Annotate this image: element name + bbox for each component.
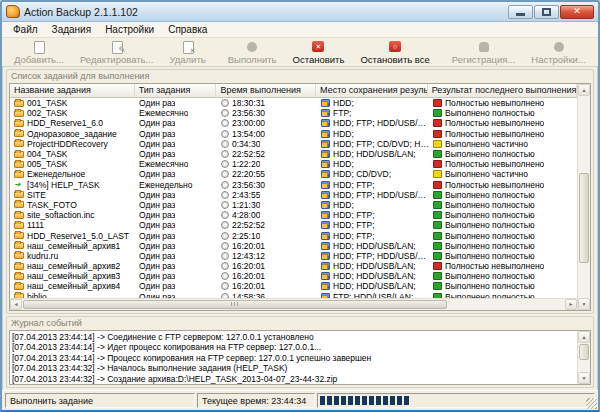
task-row[interactable]: HDD_Reserve1_6.0 Один раз 23:00:00 HDD; … bbox=[10, 118, 577, 128]
progress-panel bbox=[317, 393, 595, 408]
hdd-icon bbox=[321, 242, 330, 250]
task-row[interactable]: 002_TASK Ежемесячно 23:56:30 FTP; Выполн… bbox=[10, 108, 577, 118]
log-scroll-up-icon[interactable]: ▲ bbox=[578, 331, 590, 343]
clock-icon bbox=[221, 262, 229, 270]
column-header-name[interactable]: Название задания bbox=[10, 84, 135, 97]
hdd-icon bbox=[321, 232, 330, 240]
vertical-scroll-thumb[interactable] bbox=[579, 173, 589, 264]
task-row[interactable]: 004_TASK Один раз 22:52:52 HDD; HDD/USB/… bbox=[10, 149, 577, 159]
column-header-dest[interactable]: Место сохранения результатов bbox=[316, 84, 428, 97]
folder-icon bbox=[14, 130, 24, 137]
horizontal-scroll-thumb[interactable] bbox=[23, 300, 447, 309]
toolbar-button[interactable]: Регистрация... bbox=[444, 39, 523, 66]
task-row[interactable]: SITE Один раз 2:43:55 HDD; FTP; HDD/USB/… bbox=[10, 190, 577, 200]
menu-item[interactable]: Файл bbox=[6, 23, 45, 36]
log-scroll-thumb[interactable] bbox=[579, 344, 589, 360]
progress-block bbox=[579, 396, 584, 405]
task-row[interactable]: 1111 Один раз 22:52:52 HDD; FTP; Выполне… bbox=[10, 220, 577, 230]
task-row[interactable]: TASK_FOTO Один раз 1:21:30 HDD; Выполнен… bbox=[10, 200, 577, 210]
status-square-icon bbox=[433, 140, 442, 148]
maximize-button[interactable] bbox=[534, 5, 559, 19]
toolbar-button[interactable]: Остановить все bbox=[352, 39, 437, 66]
tasks-group: Список заданий для выполнения Название з… bbox=[6, 69, 594, 314]
progress-block bbox=[334, 396, 339, 405]
progress-block bbox=[376, 396, 381, 405]
log-scroll-down-icon[interactable]: ▼ bbox=[578, 372, 590, 384]
task-row[interactable]: ➜[34%] HELP_TASK Еженедельно 23:56:30 HD… bbox=[10, 180, 577, 190]
menu-item[interactable]: Настройки bbox=[98, 23, 161, 36]
vertical-scrollbar[interactable]: ▲ ▼ bbox=[577, 84, 590, 310]
log-vertical-scrollbar[interactable]: ▲ ▼ bbox=[577, 331, 590, 385]
run-icon bbox=[245, 41, 259, 53]
clock-icon bbox=[221, 119, 229, 127]
task-row[interactable]: наш_семейный_архив3 Один раз 16:20:01 HD… bbox=[10, 271, 577, 281]
scroll-right-icon[interactable]: ► bbox=[565, 299, 577, 310]
progress-block bbox=[551, 396, 556, 405]
task-row[interactable]: 001_TASK Один раз 18:30:31 HDD; Полность… bbox=[10, 98, 577, 108]
toolbar-button[interactable]: Удалить bbox=[161, 39, 213, 66]
task-row[interactable]: ProjectHDDRecovery Один раз 0:34:30 HDD;… bbox=[10, 139, 577, 149]
hdd-icon bbox=[321, 119, 330, 127]
task-row[interactable]: Одноразовое_задание Один раз 13:54:00 HD… bbox=[10, 129, 577, 139]
clock-icon bbox=[221, 140, 229, 148]
status-square-icon bbox=[433, 232, 442, 240]
hdd-icon bbox=[321, 211, 330, 219]
task-row[interactable]: наш_семейный_архив4 Один раз 16:20:01 HD… bbox=[10, 281, 577, 291]
scroll-down-icon[interactable]: ▼ bbox=[578, 298, 590, 310]
log-entry: [07.04.2013 23:44:32] -> Началось выполн… bbox=[12, 363, 577, 374]
close-button[interactable]: ✕ bbox=[560, 5, 594, 19]
task-row[interactable]: HDD_Reserve1_5.0_LAST Один раз 2:25:10 H… bbox=[10, 230, 577, 240]
minimize-button[interactable] bbox=[508, 5, 533, 19]
toolbar-button[interactable]: Редактировать... bbox=[72, 39, 162, 66]
stop-all-icon bbox=[388, 41, 402, 53]
hdd-icon bbox=[321, 282, 330, 290]
status-square-icon bbox=[433, 252, 442, 260]
task-row[interactable]: 005_TASK Ежемесячно 1:22:20 HDD; Полност… bbox=[10, 159, 577, 169]
toolbar-button[interactable]: Добавить... bbox=[6, 39, 72, 66]
task-row[interactable]: kudru.ru Один раз 12:43:12 HDD; FTP; HDD… bbox=[10, 251, 577, 261]
progress-block bbox=[397, 396, 402, 405]
task-row[interactable]: наш_семейный_архив2 Один раз 16:20:01 HD… bbox=[10, 261, 577, 271]
add-page-icon bbox=[32, 41, 46, 53]
horizontal-scrollbar[interactable]: ◄ ► bbox=[10, 298, 577, 310]
resize-grip[interactable] bbox=[586, 398, 597, 409]
minimize-icon bbox=[516, 13, 525, 16]
menu-item[interactable]: Задания bbox=[45, 23, 99, 36]
toolbar-button[interactable]: Настройки... bbox=[523, 39, 594, 66]
scroll-up-icon[interactable]: ▲ bbox=[578, 84, 590, 96]
menu-item[interactable]: Справка bbox=[161, 23, 214, 36]
status-square-icon bbox=[433, 242, 442, 250]
registration-icon bbox=[477, 41, 491, 53]
table-header: Название задания Тип задания Время выпол… bbox=[10, 84, 577, 98]
scroll-left-icon[interactable]: ◄ bbox=[10, 299, 22, 310]
hdd-icon bbox=[321, 140, 330, 148]
folder-icon bbox=[14, 252, 24, 259]
toolbar-button[interactable]: Остановить bbox=[285, 39, 353, 66]
folder-icon bbox=[14, 273, 24, 280]
progress-block bbox=[530, 396, 535, 405]
task-row[interactable]: Еженедельное Один раз 22:20:55 HDD; CD/D… bbox=[10, 169, 577, 179]
delete-page-icon bbox=[181, 41, 195, 53]
task-row[interactable]: наш_семейный_архив1 Один раз 16:20:01 HD… bbox=[10, 241, 577, 251]
current-time: Текущее время: 23:44:34 bbox=[197, 393, 315, 408]
progress-block bbox=[439, 396, 444, 405]
column-header-result[interactable]: Результат последнего выполнения bbox=[428, 84, 577, 97]
progress-block bbox=[327, 396, 332, 405]
column-header-type[interactable]: Тип задания bbox=[135, 84, 217, 97]
toolbar-button[interactable]: Выполнить bbox=[220, 39, 285, 66]
log-group: Журнал событий [07.04.2013 23:44:14] -> … bbox=[6, 316, 594, 389]
progress-block bbox=[516, 396, 521, 405]
status-square-icon bbox=[433, 221, 442, 229]
task-row[interactable]: site_softaction.inc Один раз 4:28:00 HDD… bbox=[10, 210, 577, 220]
hdd-icon bbox=[321, 191, 330, 199]
status-square-icon bbox=[433, 150, 442, 158]
clock-icon bbox=[221, 160, 229, 168]
hdd-icon bbox=[321, 293, 330, 298]
progress-block bbox=[572, 396, 577, 405]
clock-icon bbox=[221, 232, 229, 240]
toolbar-button[interactable]: Обновление... bbox=[594, 39, 600, 66]
progress-block bbox=[383, 396, 388, 405]
clock-icon bbox=[221, 221, 229, 229]
progress-block bbox=[446, 396, 451, 405]
column-header-time[interactable]: Время выполнения bbox=[216, 84, 316, 97]
